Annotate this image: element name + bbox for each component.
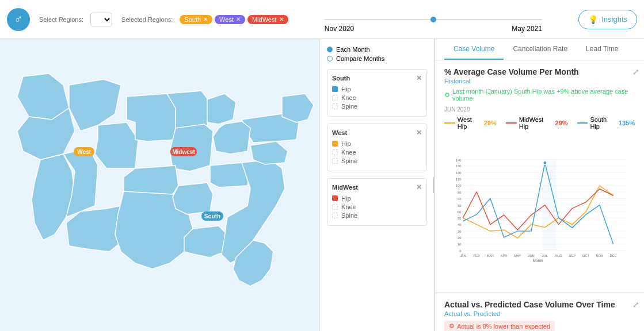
west-spine-item[interactable]: Spine <box>332 157 422 164</box>
svg-marker-12 <box>184 226 227 257</box>
tags-container: South ✕ West ✕ MidWest ✕ <box>180 15 288 24</box>
svg-point-60 <box>543 161 547 165</box>
svg-text:30: 30 <box>458 230 461 233</box>
south-knee-item[interactable]: Knee <box>332 94 422 101</box>
region-south-title: South ✕ <box>332 74 422 82</box>
expand-icon[interactable]: ⤢ <box>632 67 639 76</box>
midwest-hip-item[interactable]: Hip <box>332 195 422 202</box>
timeline-container: Nov 2020 May 2021 <box>298 19 570 20</box>
svg-text:80: 80 <box>458 197 461 201</box>
west-hip-checkbox[interactable] <box>332 141 338 147</box>
svg-text:130: 130 <box>456 164 462 168</box>
south-spine-item[interactable]: Spine <box>332 103 422 110</box>
region-south-close[interactable]: ✕ <box>416 74 422 82</box>
svg-marker-5 <box>95 122 138 168</box>
west-spine-label: Spine <box>341 157 357 164</box>
legend-south-label: South Hip <box>590 116 616 130</box>
midwest-spine-checkbox[interactable] <box>332 213 338 218</box>
region-west-name: West <box>332 129 347 136</box>
tag-west-close[interactable]: ✕ <box>236 16 241 22</box>
main-content: West Midwest South Each Month Compare Mo… <box>0 39 644 331</box>
south-hip-item[interactable]: Hip <box>332 86 422 93</box>
selected-regions: Selected Regions: South ✕ West ✕ MidWest… <box>121 15 288 24</box>
timeline-start: Nov 2020 <box>325 25 354 33</box>
svg-text:140: 140 <box>456 159 462 162</box>
second-expand-icon[interactable]: ⤢ <box>632 300 639 309</box>
chart-legend: West Hip 29% MidWest Hip 29% South Hip 1… <box>444 116 635 130</box>
region-midwest-close[interactable]: ✕ <box>416 183 422 191</box>
tag-south-close[interactable]: ✕ <box>203 16 208 22</box>
svg-text:Month: Month <box>533 259 543 263</box>
south-spine-checkbox[interactable] <box>332 103 338 109</box>
west-spine-checkbox[interactable] <box>332 158 338 164</box>
south-knee-checkbox[interactable] <box>332 95 338 101</box>
line-chart: Average Case Volume (%) <box>444 134 635 284</box>
midwest-spine-label: Spine <box>341 212 357 219</box>
svg-text:110: 110 <box>456 178 462 181</box>
radio-compare-months[interactable]: Compare Months <box>327 55 427 62</box>
tag-midwest-close[interactable]: ✕ <box>279 16 284 22</box>
svg-text:120: 120 <box>456 171 462 175</box>
legend-west-line <box>444 122 455 124</box>
chart-section: ⤢ % Average Case Volume Per Month Histor… <box>435 60 644 292</box>
selected-regions-label: Selected Regions: <box>121 16 173 23</box>
svg-text:NOV: NOV <box>596 254 604 257</box>
midwest-knee-item[interactable]: Knee <box>332 203 422 210</box>
south-hip-label: Hip <box>341 86 351 93</box>
west-hip-item[interactable]: Hip <box>332 140 422 147</box>
tag-south-label: South <box>184 16 201 23</box>
tag-midwest-label: MidWest <box>252 16 277 23</box>
tag-midwest[interactable]: MidWest ✕ <box>247 15 288 24</box>
svg-text:0: 0 <box>459 249 461 253</box>
tab-cancellation-rate[interactable]: Cancellation Rate <box>504 39 577 60</box>
collapse-panel-button[interactable]: ◀ <box>433 177 435 193</box>
insights-button[interactable]: 💡 Insights <box>578 10 637 29</box>
select-regions-dropdown[interactable] <box>90 13 112 26</box>
svg-marker-20 <box>173 183 213 214</box>
tab-lead-time[interactable]: Lead Time <box>577 39 627 60</box>
region-west-close[interactable]: ✕ <box>416 129 422 137</box>
svg-marker-4 <box>69 79 121 131</box>
tab-case-volume[interactable]: Case Volume <box>444 39 504 60</box>
region-midwest-title: MidWest ✕ <box>332 183 422 191</box>
west-knee-item[interactable]: Knee <box>332 149 422 156</box>
chart-subtitle: Historical <box>444 78 635 84</box>
midwest-hip-checkbox[interactable] <box>332 195 338 201</box>
period-label: JUN 2020 <box>444 106 635 113</box>
svg-marker-0 <box>17 74 69 120</box>
svg-text:South: South <box>204 213 220 220</box>
svg-text:APR: APR <box>501 254 508 257</box>
svg-text:MAR: MAR <box>486 254 494 257</box>
tag-west[interactable]: West ✕ <box>215 15 245 24</box>
radio-group: Each Month Compare Months <box>327 46 427 62</box>
second-section: ⤢ Actual vs. Predicted Case Volume Over … <box>435 292 644 331</box>
region-midwest-section: MidWest ✕ Hip Knee Spine <box>327 178 427 226</box>
midwest-spine-item[interactable]: Spine <box>332 212 422 219</box>
select-regions-label: Select Regions: <box>39 16 83 23</box>
us-map: West Midwest South <box>0 39 319 331</box>
tag-south[interactable]: South ✕ <box>180 15 212 24</box>
region-controls: Select Regions: <box>39 13 112 26</box>
svg-marker-15 <box>250 141 288 164</box>
legend-west-pct: 29% <box>484 120 497 126</box>
timeline-end: May 2021 <box>512 25 542 33</box>
svg-marker-19 <box>213 121 250 154</box>
svg-text:JUN: JUN <box>528 254 535 257</box>
insights-icon: 💡 <box>588 15 598 24</box>
insights-label: Insights <box>601 15 627 24</box>
radio-each-month[interactable]: Each Month <box>327 46 427 53</box>
header: ♂ Select Regions: Selected Regions: Sout… <box>0 0 644 39</box>
legend-south: South Hip 135% <box>577 116 635 130</box>
timeline-handle[interactable] <box>430 17 436 22</box>
midwest-knee-checkbox[interactable] <box>332 204 338 210</box>
svg-text:100: 100 <box>456 184 462 187</box>
tabs: Case Volume Cancellation Rate Lead Time <box>435 39 644 60</box>
west-knee-checkbox[interactable] <box>332 149 338 155</box>
tag-west-label: West <box>219 16 234 23</box>
region-midwest-name: MidWest <box>332 184 358 191</box>
legend-midwest: MidWest Hip 29% <box>506 116 568 130</box>
svg-text:10: 10 <box>458 243 461 246</box>
south-hip-checkbox[interactable] <box>332 86 338 92</box>
chart-wrapper: Average Case Volume (%) <box>444 134 635 286</box>
midwest-hip-label: Hip <box>341 195 351 202</box>
